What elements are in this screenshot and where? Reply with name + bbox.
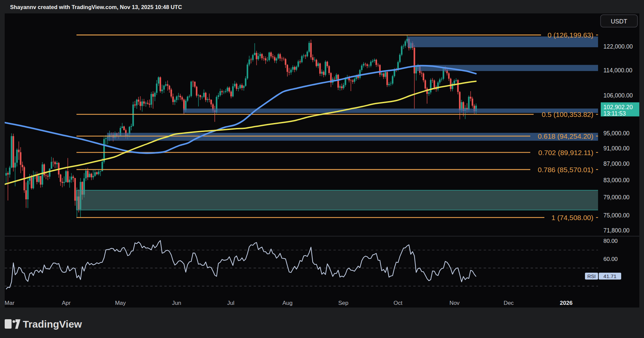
svg-text:Apr: Apr bbox=[62, 300, 71, 306]
svg-text:Oct: Oct bbox=[393, 300, 402, 306]
svg-text:83,000.00: 83,000.00 bbox=[603, 177, 630, 184]
svg-text:13:11:53: 13:11:53 bbox=[603, 110, 626, 117]
svg-text:75,000.00: 75,000.00 bbox=[603, 212, 630, 219]
svg-text:Jun: Jun bbox=[172, 300, 181, 306]
svg-text:114,000.00: 114,000.00 bbox=[603, 67, 633, 74]
svg-text:Nov: Nov bbox=[449, 300, 460, 306]
svg-text:Shayannv created with TradingV: Shayannv created with TradingView.com, N… bbox=[10, 4, 182, 10]
svg-text:80.00: 80.00 bbox=[603, 238, 618, 244]
svg-text:0 (126,199.63): 0 (126,199.63) bbox=[547, 31, 593, 39]
svg-text:79,000.00: 79,000.00 bbox=[603, 194, 630, 201]
svg-text:41.71: 41.71 bbox=[603, 273, 616, 279]
svg-text:122,000.00: 122,000.00 bbox=[603, 43, 633, 50]
svg-text:95,000.00: 95,000.00 bbox=[603, 130, 630, 137]
svg-text:0.786 (85,570.01): 0.786 (85,570.01) bbox=[538, 166, 593, 174]
svg-text:TradingView: TradingView bbox=[23, 319, 82, 330]
svg-text:2026: 2026 bbox=[560, 300, 573, 306]
svg-text:Jul: Jul bbox=[227, 300, 234, 306]
svg-text:0.618 (94,254.20): 0.618 (94,254.20) bbox=[538, 132, 593, 140]
svg-text:0.702 (89,912.11): 0.702 (89,912.11) bbox=[538, 149, 593, 156]
svg-text:Dec: Dec bbox=[503, 300, 514, 306]
svg-text:Aug: Aug bbox=[282, 300, 292, 306]
svg-text:USDT: USDT bbox=[611, 18, 627, 25]
svg-text:102,902.20: 102,902.20 bbox=[603, 104, 633, 111]
svg-text:Sep: Sep bbox=[338, 300, 348, 306]
svg-text:RSI: RSI bbox=[587, 273, 596, 279]
svg-text:Mar: Mar bbox=[5, 300, 15, 306]
svg-text:106,000.00: 106,000.00 bbox=[603, 92, 633, 99]
svg-text:71,800.00: 71,800.00 bbox=[603, 227, 630, 234]
svg-text:May: May bbox=[115, 300, 126, 306]
svg-text:87,000.00: 87,000.00 bbox=[603, 160, 630, 167]
svg-text:1 (74,508.00): 1 (74,508.00) bbox=[551, 214, 593, 221]
svg-text:91,000.00: 91,000.00 bbox=[603, 145, 630, 152]
svg-text:60.00: 60.00 bbox=[603, 256, 618, 262]
svg-text:0.5 (100,353.82): 0.5 (100,353.82) bbox=[542, 111, 593, 118]
